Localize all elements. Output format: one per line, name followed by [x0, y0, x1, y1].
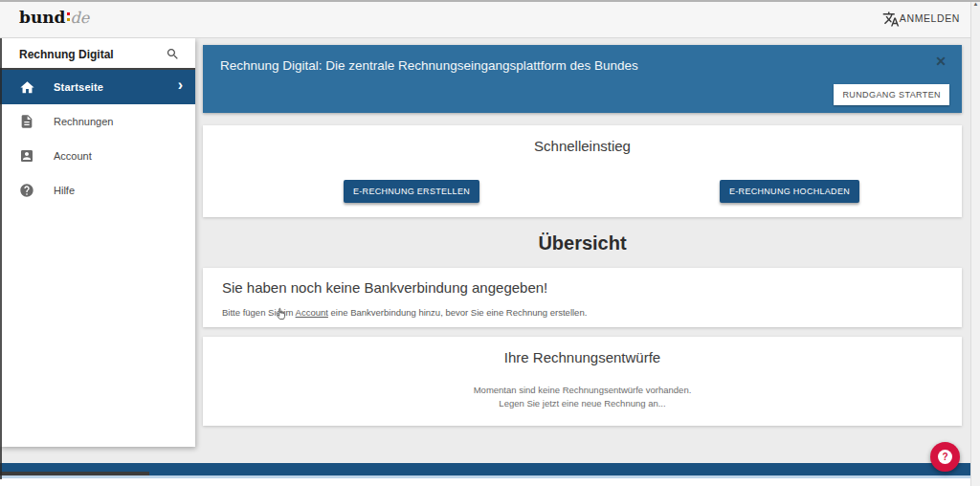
- upload-invoice-button[interactable]: E-RECHNUNG HOCHLADEN: [720, 180, 859, 203]
- drafts-empty-text: Momentan sind keine Rechnungsentwürfe vo…: [203, 385, 962, 395]
- mouse-cursor-icon: [274, 307, 289, 322]
- sidebar-item-rechnungen[interactable]: Rechnungen: [0, 104, 195, 139]
- document-icon: [19, 114, 35, 130]
- close-icon[interactable]: ✕: [935, 54, 947, 69]
- hint-suffix: eine Bankverbindung hinzu, bevor Sie ein…: [328, 307, 587, 318]
- vertical-scrollbar[interactable]: ▲: [970, 0, 980, 486]
- account-link[interactable]: Account: [296, 307, 328, 318]
- question-mark-icon: ?: [938, 450, 952, 464]
- bank-warning-title: Sie haben noch keine Bankverbindung ange…: [222, 279, 547, 296]
- sidebar-item-account[interactable]: Account: [0, 139, 195, 173]
- drafts-card: Ihre Rechnungsentwürfe Momentan sind kei…: [203, 337, 962, 426]
- drafts-title: Ihre Rechnungsentwürfe: [203, 349, 962, 365]
- sidebar-item-label: Account: [54, 150, 92, 162]
- help-fab-button[interactable]: ?: [930, 442, 960, 472]
- sidebar-header: Rechnung Digital: [0, 38, 195, 70]
- frame-top-edge: [0, 0, 980, 2]
- create-invoice-button[interactable]: E-RECHNUNG ERSTELLEN: [344, 180, 479, 203]
- account-icon: [19, 148, 35, 165]
- chevron-right-icon: ›: [178, 77, 183, 94]
- create-new-invoice-link[interactable]: Legen Sie jetzt eine neue Rechnung an...: [203, 398, 962, 409]
- sidebar: Rechnung Digital Startseite › Rechnungen…: [0, 38, 195, 447]
- logo-colon: [66, 10, 71, 23]
- sidebar-item-label: Hilfe: [54, 185, 75, 196]
- sidebar-item-label: Rechnungen: [54, 116, 113, 127]
- sidebar-item-label: Startseite: [54, 81, 103, 93]
- search-icon[interactable]: [166, 47, 180, 61]
- bank-warning-card: Sie haben noch keine Bankverbindung ange…: [203, 268, 962, 327]
- overview-heading: Übersicht: [203, 232, 962, 254]
- quickstart-title: Schnelleinstieg: [203, 138, 962, 154]
- app-title: Rechnung Digital: [19, 48, 114, 61]
- footer-bottom-strip: [0, 478, 980, 486]
- bund-de-logo[interactable]: bundde: [19, 8, 89, 27]
- logo-gold-dot: [67, 18, 70, 21]
- horizontal-scrollbar-thumb[interactable]: [0, 472, 149, 475]
- tour-start-button[interactable]: RUNDGANG STARTEN: [834, 84, 949, 105]
- help-icon: [19, 183, 35, 199]
- quickstart-card: Schnelleinstieg E-RECHNUNG ERSTELLEN E-R…: [203, 125, 962, 217]
- sidebar-item-startseite[interactable]: Startseite ›: [0, 70, 195, 104]
- frame-left-edge: [0, 38, 2, 479]
- welcome-banner: Rechnung Digital: Die zentrale Rechnungs…: [203, 45, 962, 113]
- home-icon: [19, 79, 35, 96]
- banner-title: Rechnung Digital: Die zentrale Rechnungs…: [220, 58, 638, 73]
- main-content: Rechnung Digital: Die zentrale Rechnungs…: [203, 0, 962, 486]
- sidebar-item-hilfe[interactable]: Hilfe: [0, 173, 195, 208]
- translate-icon[interactable]: [882, 11, 900, 28]
- logo-text-bund: bund: [19, 8, 66, 27]
- logo-red-dot: [67, 12, 70, 15]
- top-bar: bundde ANMELDEN: [0, 0, 980, 38]
- login-button[interactable]: ANMELDEN: [900, 12, 960, 24]
- logo-text-de: de: [71, 9, 90, 27]
